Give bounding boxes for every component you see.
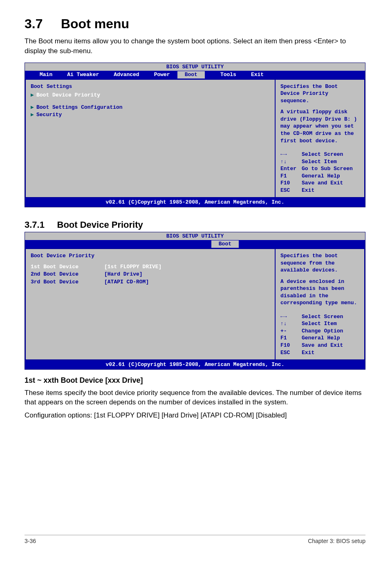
section-title: 3.7 Boot menu bbox=[25, 16, 365, 31]
option-heading: 1st ~ xxth Boot Device [xxx Drive] bbox=[25, 376, 365, 385]
menu-item-boot-device-priority[interactable]: ▶ Boot Device Priority bbox=[31, 92, 270, 99]
nav-action: Save and Exit bbox=[302, 342, 343, 349]
bios-help-pane: Specifies the boot sequence from the ava… bbox=[275, 248, 365, 360]
submenu-arrow-icon: ▶ bbox=[31, 104, 36, 111]
nav-key: ESC bbox=[280, 187, 298, 194]
nav-action: Select Item bbox=[302, 158, 337, 166]
tab-boot[interactable]: Boot bbox=[177, 71, 205, 79]
nav-action: Select Screen bbox=[302, 151, 343, 158]
item-label: Boot Device Priority bbox=[36, 92, 100, 99]
help-text-top: Specifies the Boot Device Priority seque… bbox=[280, 83, 359, 105]
nav-action: Exit bbox=[302, 187, 314, 194]
subsection-number: 3.7.1 bbox=[25, 220, 45, 230]
tab-main[interactable]: Main bbox=[32, 71, 60, 79]
page-number: 3-36 bbox=[25, 538, 36, 544]
tab-ai-tweaker[interactable]: Ai Tweaker bbox=[60, 71, 106, 79]
boot-settings-heading: Boot Settings bbox=[31, 83, 270, 90]
submenu-arrow-icon: ▶ bbox=[31, 111, 36, 119]
menu-item-2nd-boot-device[interactable]: 2nd Boot Device [Hard Drive] bbox=[31, 271, 270, 278]
section-description: The Boot menu items allow you to change … bbox=[25, 36, 365, 56]
submenu-arrow-icon: ▶ bbox=[31, 92, 36, 99]
bios-tab-bar: Boot bbox=[25, 240, 365, 248]
boot-device-priority-heading: Boot Device Priority bbox=[31, 252, 270, 260]
bios-screen-boot-menu: BIOS SETUP UTILITY Main Ai Tweaker Advan… bbox=[25, 63, 365, 207]
nav-action: Change Option bbox=[302, 328, 343, 335]
nav-action: General Help bbox=[302, 173, 340, 180]
nav-key: +- bbox=[280, 328, 298, 335]
nav-keys: ←→Select Screen ↑↓Select Item +-Change O… bbox=[280, 313, 359, 356]
nav-key: ↑↓ bbox=[280, 320, 298, 328]
nav-key: F10 bbox=[280, 342, 298, 349]
nav-keys: ←→Select Screen ↑↓Select Item EnterGo to… bbox=[280, 151, 359, 194]
nav-key: F1 bbox=[280, 334, 298, 342]
subsection-name: Boot Device Priority bbox=[57, 220, 143, 230]
item-label: Boot Settings Configuration bbox=[36, 104, 123, 111]
nav-key: ←→ bbox=[280, 313, 298, 321]
bios-footer: v02.61 (C)Copyright 1985-2008, American … bbox=[25, 198, 365, 207]
bios-help-pane: Specifies the Boot Device Priority seque… bbox=[275, 79, 365, 198]
item-label: 2nd Boot Device bbox=[31, 271, 104, 278]
help-text-top: Specifies the boot sequence from the ava… bbox=[280, 252, 359, 274]
option-description-2: Configuration options: [1st FLOPPY DRIVE… bbox=[25, 411, 365, 420]
bios-footer: v02.61 (C)Copyright 1985-2008, American … bbox=[25, 360, 365, 369]
bios-left-pane: Boot Device Priority 1st Boot Device [1s… bbox=[25, 248, 275, 360]
item-label: 3rd Boot Device bbox=[31, 278, 104, 286]
nav-action: Go to Sub Screen bbox=[302, 165, 353, 173]
menu-item-3rd-boot-device[interactable]: 3rd Boot Device [ATAPI CD-ROM] bbox=[31, 278, 270, 286]
bios-title: BIOS SETUP UTILITY bbox=[25, 232, 365, 240]
item-label: 1st Boot Device bbox=[31, 263, 104, 271]
nav-key: Enter bbox=[280, 165, 298, 173]
subsection-title: 3.7.1 Boot Device Priority bbox=[25, 220, 365, 230]
menu-item-1st-boot-device[interactable]: 1st Boot Device [1st FLOPPY DRIVE] bbox=[31, 263, 270, 271]
section-number: 3.7 bbox=[25, 16, 43, 31]
bios-screen-boot-device-priority: BIOS SETUP UTILITY Boot Boot Device Prio… bbox=[25, 232, 365, 370]
tab-advanced[interactable]: Advanced bbox=[106, 71, 146, 79]
nav-key: F10 bbox=[280, 180, 298, 187]
item-label: Security bbox=[36, 111, 62, 119]
menu-item-security[interactable]: ▶ Security bbox=[31, 111, 270, 119]
nav-action: Select Item bbox=[302, 320, 337, 328]
option-description-1: These items specify the boot device prio… bbox=[25, 388, 365, 408]
bios-title: BIOS SETUP UTILITY bbox=[25, 63, 365, 71]
nav-key: ←→ bbox=[280, 151, 298, 158]
tab-tools[interactable]: Tools bbox=[213, 71, 244, 79]
page-footer: 3-36 Chapter 3: BIOS setup bbox=[25, 535, 365, 544]
bios-tab-bar: Main Ai Tweaker Advanced Power Boot Tool… bbox=[25, 71, 365, 79]
nav-action: Exit bbox=[302, 349, 314, 357]
tab-boot[interactable]: Boot bbox=[211, 240, 239, 248]
nav-action: Save and Exit bbox=[302, 180, 343, 187]
chapter-label: Chapter 3: BIOS setup bbox=[308, 538, 365, 544]
item-value: [1st FLOPPY DRIVE] bbox=[104, 263, 161, 271]
nav-action: General Help bbox=[302, 334, 340, 342]
item-value: [Hard Drive] bbox=[104, 271, 143, 278]
tab-exit[interactable]: Exit bbox=[244, 71, 271, 79]
help-text-mid: A device enclosed in parenthesis has bee… bbox=[280, 278, 359, 307]
help-text-mid: A virtual floppy disk drive (Floppy Driv… bbox=[280, 108, 359, 144]
item-value: [ATAPI CD-ROM] bbox=[104, 278, 149, 286]
nav-key: ↑↓ bbox=[280, 158, 298, 166]
nav-key: F1 bbox=[280, 173, 298, 180]
tab-power[interactable]: Power bbox=[147, 71, 177, 79]
nav-key: ESC bbox=[280, 349, 298, 357]
nav-action: Select Screen bbox=[302, 313, 343, 321]
bios-left-pane: Boot Settings ▶ Boot Device Priority ▶ B… bbox=[25, 79, 275, 198]
section-name: Boot menu bbox=[61, 16, 129, 31]
menu-item-boot-settings-config[interactable]: ▶ Boot Settings Configuration bbox=[31, 104, 270, 111]
